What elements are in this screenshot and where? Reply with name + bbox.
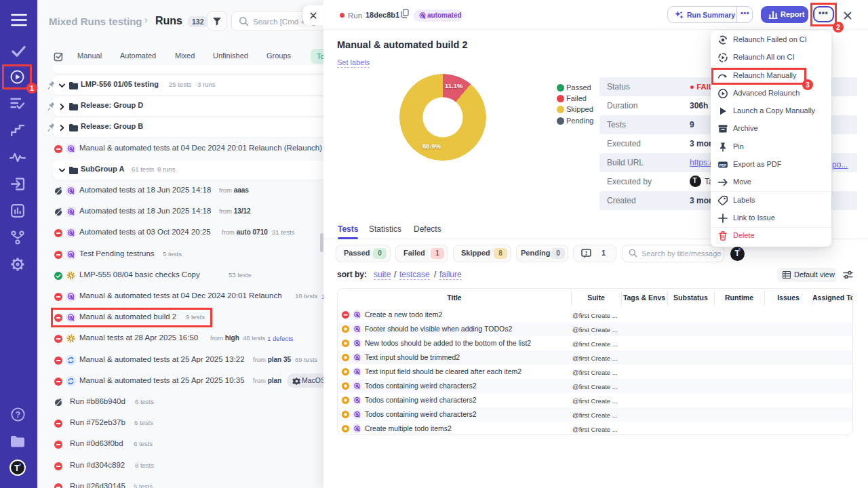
svg-text:?: ? <box>16 410 20 420</box>
svg-text:PDF: PDF <box>719 163 726 167</box>
